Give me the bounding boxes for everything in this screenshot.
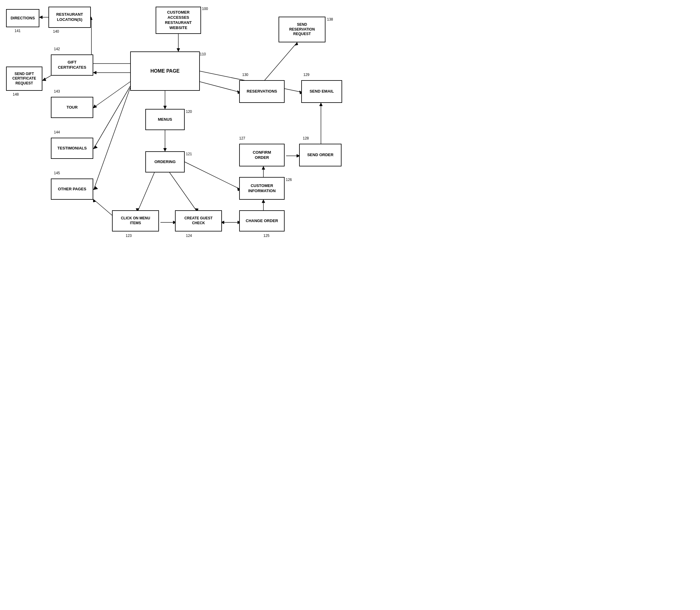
testimonials-box: TESTIMONIALS xyxy=(51,138,93,159)
label-145: 145 xyxy=(54,171,60,175)
svg-marker-18 xyxy=(164,106,167,109)
label-126: 126 xyxy=(286,178,292,182)
label-125: 125 xyxy=(263,234,269,238)
label-142: 142 xyxy=(54,47,60,51)
menus-box: MENUS xyxy=(145,109,185,130)
svg-marker-1 xyxy=(177,48,180,51)
label-141: 141 xyxy=(15,29,20,33)
label-123: 123 xyxy=(126,234,132,238)
label-148: 148 xyxy=(13,92,19,97)
svg-marker-10 xyxy=(42,78,46,81)
svg-marker-30 xyxy=(93,199,96,202)
label-140: 140 xyxy=(53,29,59,34)
reservations-box: RESERVATIONS xyxy=(239,80,285,103)
svg-marker-16 xyxy=(93,187,98,190)
svg-marker-12 xyxy=(93,105,97,108)
svg-line-11 xyxy=(94,82,130,108)
confirm-order-box: CONFIRMORDER xyxy=(239,144,285,166)
gift-certificates-box: GIFTCERTIFICATES xyxy=(51,54,93,76)
svg-marker-14 xyxy=(93,146,97,149)
svg-line-15 xyxy=(94,88,130,189)
create-guest-check-box: CREATE GUESTCHECK xyxy=(175,210,222,231)
label-129: 129 xyxy=(304,73,309,77)
customer-accesses-box: CUSTOMERACCESSESRESTAURANTWEBSITE xyxy=(156,7,201,34)
svg-marker-45 xyxy=(295,42,298,45)
send-reservation-box: SENDRESERVATIONREQUEST xyxy=(279,17,326,42)
directions-box: DIRECTIONS xyxy=(6,9,40,27)
svg-line-13 xyxy=(94,86,130,148)
label-144: 144 xyxy=(54,130,60,134)
svg-line-23 xyxy=(170,173,197,211)
label-127: 127 xyxy=(239,136,245,140)
restaurant-location-box: RESTAURANTLOCATION(S) xyxy=(48,7,91,28)
flowchart-diagram: CUSTOMERACCESSESRESTAURANTWEBSITE 100 HO… xyxy=(0,0,350,305)
send-email-box: SEND EMAIL xyxy=(301,80,342,103)
svg-marker-35 xyxy=(262,200,265,203)
label-120: 120 xyxy=(186,110,192,114)
svg-line-25 xyxy=(185,162,240,189)
svg-line-9 xyxy=(43,76,51,80)
svg-marker-20 xyxy=(164,148,167,151)
svg-marker-8 xyxy=(93,71,96,74)
label-130: 130 xyxy=(242,73,248,77)
ordering-box: ORDERING xyxy=(145,151,185,173)
change-order-box: CHANGE ORDER xyxy=(239,210,285,231)
label-110: 110 xyxy=(200,52,206,56)
svg-marker-6 xyxy=(40,16,42,19)
label-138: 138 xyxy=(327,17,333,21)
svg-line-42 xyxy=(200,82,240,92)
label-121: 121 xyxy=(186,152,192,156)
home-page-box: HOME PAGE xyxy=(130,51,200,91)
label-124: 124 xyxy=(186,234,192,238)
label-128: 128 xyxy=(303,136,309,140)
click-menu-items-box: CLICK ON MENUITEMS xyxy=(112,210,159,231)
customer-information-box: CUSTOMERINFORMATION xyxy=(239,177,285,200)
tour-box: TOUR xyxy=(51,97,93,118)
other-pages-box: OTHER PAGES xyxy=(51,178,93,200)
label-100: 100 xyxy=(202,7,208,11)
send-gift-box: SEND GIFTCERTIFICATEREQUEST xyxy=(6,67,42,91)
send-order-box: SEND ORDER xyxy=(299,144,342,166)
svg-marker-41 xyxy=(320,103,323,106)
label-143: 143 xyxy=(54,89,60,94)
svg-marker-37 xyxy=(262,166,265,170)
svg-line-21 xyxy=(138,173,154,211)
svg-line-44 xyxy=(263,43,297,82)
